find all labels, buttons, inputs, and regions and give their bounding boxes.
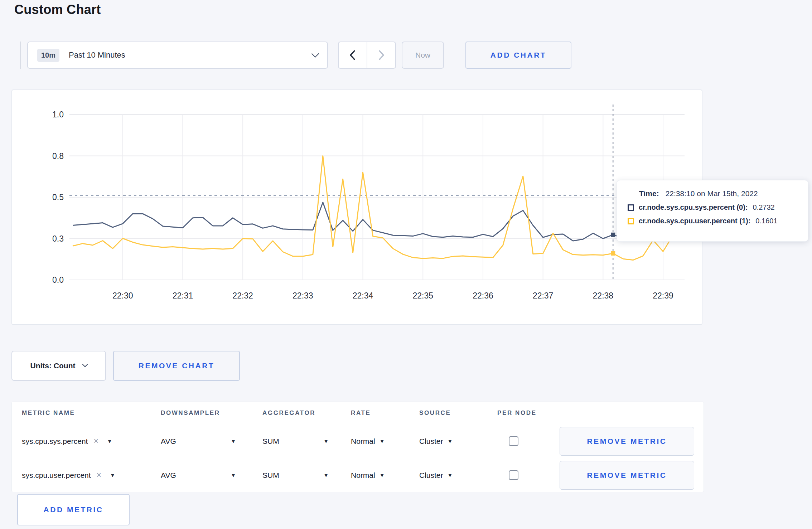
downsampler-value: AVG: [161, 437, 176, 446]
caret-down-icon: ▼: [107, 438, 112, 444]
caret-down-icon: ▼: [110, 472, 115, 478]
sys-series-swatch-icon: [628, 204, 634, 211]
x-axis-label: 22:33: [293, 291, 313, 300]
metric-row: sys.cpu.user.percent×▼AVG▼SUM▼Normal▼Clu…: [12, 458, 704, 492]
aggregator-value: SUM: [262, 471, 279, 480]
next-range-button[interactable]: [367, 42, 395, 68]
aggregator-dropdown[interactable]: SUM▼: [262, 437, 351, 446]
source-value: Cluster: [419, 471, 443, 480]
y-axis-label: 0.5: [52, 193, 64, 202]
downsampler-dropdown[interactable]: AVG▼: [161, 471, 262, 480]
chevron-down-icon: [311, 50, 319, 57]
col-header-source: SOURCE: [419, 409, 488, 417]
downsampler-value: AVG: [161, 471, 176, 480]
x-axis-label: 22:32: [232, 291, 253, 300]
caret-down-icon: ▼: [448, 472, 453, 478]
col-header-downsampler: DOWNSAMPLER: [161, 409, 262, 417]
time-range-label: Past 10 Minutes: [69, 50, 125, 60]
clear-metric-icon[interactable]: ×: [93, 436, 98, 446]
time-range-dropdown[interactable]: 10m Past 10 Minutes: [27, 42, 328, 69]
metrics-table-header: METRIC NAME DOWNSAMPLER AGGREGATOR RATE …: [12, 402, 704, 424]
clear-metric-icon[interactable]: ×: [97, 470, 101, 480]
tooltip-time-label: Time:: [639, 189, 659, 198]
tooltip-series-label: cr.node.sys.cpu.sys.percent (0):: [639, 203, 748, 212]
remove-chart-button[interactable]: REMOVE CHART: [113, 351, 240, 381]
x-axis-label: 22:35: [412, 291, 433, 300]
units-dropdown[interactable]: Units: Count: [11, 351, 106, 381]
units-label: Units: Count: [30, 361, 76, 370]
x-axis-label: 22:30: [112, 291, 133, 300]
rate-dropdown[interactable]: Normal▼: [351, 471, 419, 480]
metric-row: sys.cpu.sys.percent×▼AVG▼SUM▼Normal▼Clus…: [12, 424, 704, 458]
y-axis-label: 0.0: [52, 275, 64, 285]
downsampler-dropdown[interactable]: AVG▼: [161, 437, 262, 446]
col-header-rate: RATE: [351, 409, 419, 417]
rate-value: Normal: [351, 437, 375, 446]
per-node-checkbox[interactable]: [509, 470, 518, 480]
tooltip-time-row: Time:22:38:10 on Mar 15th, 2022: [617, 189, 808, 198]
rate-dropdown[interactable]: Normal▼: [351, 437, 419, 446]
x-axis-label: 22:37: [533, 291, 554, 300]
chevron-down-icon: [82, 361, 88, 367]
tooltip-series-value: 0.2732: [753, 203, 775, 212]
time-range-badge: 10m: [37, 49, 59, 62]
metric-name: sys.cpu.sys.percent: [22, 437, 88, 446]
page-title: Custom Chart: [14, 2, 101, 17]
x-axis-label: 22:31: [173, 291, 193, 300]
caret-down-icon: ▼: [323, 438, 329, 444]
tooltip-series-value: 0.1601: [755, 217, 777, 225]
tooltip-series-label: cr.node.sys.cpu.user.percent (1):: [639, 217, 750, 225]
caret-down-icon: ▼: [380, 472, 385, 478]
chart-card: 0.00.30.50.81.022:3022:3122:3222:3322:34…: [11, 89, 702, 325]
chart-tooltip: Time:22:38:10 on Mar 15th, 2022 cr.node.…: [617, 180, 808, 242]
chevron-right-icon: [377, 49, 386, 61]
add-metric-button[interactable]: ADD METRIC: [17, 494, 130, 525]
aggregator-dropdown[interactable]: SUM▼: [262, 471, 351, 480]
remove-metric-button[interactable]: REMOVE METRIC: [560, 427, 694, 456]
col-header-per-node: PER NODE: [488, 409, 552, 417]
remove-metric-button[interactable]: REMOVE METRIC: [560, 461, 694, 490]
source-dropdown[interactable]: Cluster▼: [419, 471, 488, 480]
toolbar-divider: [20, 42, 21, 69]
caret-down-icon: ▼: [231, 472, 236, 478]
cr.node.sys.cpu.user.percent-line: [73, 156, 673, 260]
x-axis-label: 22:36: [473, 291, 493, 300]
x-axis-label: 22:38: [593, 291, 614, 300]
col-header-metric-name: METRIC NAME: [22, 409, 161, 417]
source-dropdown[interactable]: Cluster▼: [419, 437, 488, 446]
tooltip-time-value: 22:38:10 on Mar 15th, 2022: [666, 189, 758, 198]
now-button[interactable]: Now: [402, 42, 444, 69]
y-axis-label: 0.8: [52, 151, 64, 161]
metric-name-dropdown[interactable]: sys.cpu.user.percent×▼: [22, 470, 161, 480]
metrics-table: METRIC NAME DOWNSAMPLER AGGREGATOR RATE …: [11, 402, 704, 492]
x-axis-label: 22:34: [353, 291, 373, 300]
per-node-checkbox[interactable]: [509, 436, 518, 446]
col-header-aggregator: AGGREGATOR: [262, 409, 351, 417]
time-nav-group: [338, 42, 396, 69]
y-axis-label: 1.0: [52, 110, 64, 119]
x-axis-label: 22:39: [653, 291, 673, 300]
metrics-line-chart[interactable]: 0.00.30.50.81.022:3022:3122:3222:3322:34…: [12, 90, 702, 324]
caret-down-icon: ▼: [448, 438, 453, 444]
y-axis-label: 0.3: [52, 234, 64, 243]
custom-chart-page: Custom Chart 10m Past 10 Minutes Now ADD…: [0, 0, 812, 529]
add-chart-button[interactable]: ADD CHART: [465, 42, 571, 69]
caret-down-icon: ▼: [323, 472, 329, 478]
aggregator-value: SUM: [262, 437, 279, 446]
user-series-swatch-icon: [628, 218, 634, 224]
tooltip-series-row: cr.node.sys.cpu.user.percent (1): 0.1601: [617, 217, 808, 225]
caret-down-icon: ▼: [380, 438, 385, 444]
metric-name: sys.cpu.user.percent: [22, 471, 91, 480]
metric-name-dropdown[interactable]: sys.cpu.sys.percent×▼: [22, 436, 161, 446]
hover-point-marker: [611, 251, 615, 256]
rate-value: Normal: [351, 471, 375, 480]
source-value: Cluster: [419, 437, 443, 446]
prev-range-button[interactable]: [339, 42, 367, 68]
hover-point-marker: [611, 233, 615, 237]
caret-down-icon: ▼: [231, 438, 236, 444]
chevron-left-icon: [348, 49, 357, 61]
tooltip-series-row: cr.node.sys.cpu.sys.percent (0): 0.2732: [617, 203, 808, 212]
